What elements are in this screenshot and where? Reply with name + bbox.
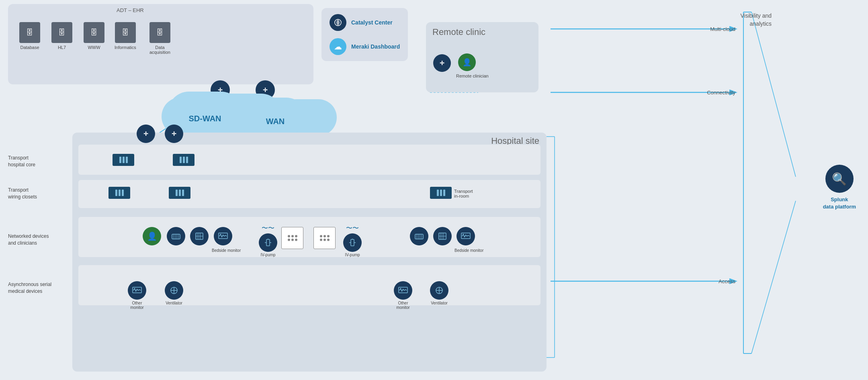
db-label-www: WWW bbox=[88, 45, 100, 50]
transport-core-section bbox=[78, 145, 540, 175]
bedside-monitor-right bbox=[457, 227, 475, 245]
visibility-label: Visibility and analytics bbox=[740, 12, 772, 28]
iv-pump-box-1 bbox=[281, 227, 303, 249]
mgmt-box: Catalyst Center ☁ Meraki Dashboard bbox=[321, 8, 408, 61]
row-label-async-serial: Asynchronous serial medical devices bbox=[8, 281, 51, 295]
dist-router-left: ✛ bbox=[137, 125, 155, 143]
transport-inroom-label: Transport in-room bbox=[454, 189, 473, 198]
access-label: Access bbox=[719, 278, 735, 284]
visibility-label-wrap: Visibility and analytics bbox=[740, 12, 772, 28]
svg-rect-65 bbox=[415, 234, 423, 239]
wiring-switch-1 bbox=[108, 187, 130, 199]
bedside-monitor-label-left: Bedside monitor bbox=[212, 248, 241, 253]
other-monitor-label-left: Other monitor bbox=[130, 301, 143, 310]
row-label-transport-core: Transport hospital core bbox=[8, 155, 35, 168]
row-label-transport-wiring: Transport wiring closets bbox=[8, 187, 37, 200]
iv-pump-right: 〜〜 IV-pump bbox=[343, 224, 362, 257]
other-monitor-right-wrap: Other monitor bbox=[394, 281, 412, 310]
meraki-icon: ☁ bbox=[330, 38, 346, 55]
db-label-hl7: HL7 bbox=[58, 45, 66, 50]
db-icon-data-acq: 🗄 Data acquisition bbox=[149, 22, 170, 55]
svg-rect-57 bbox=[266, 239, 270, 246]
db-icon-hl7: 🗄 HL7 bbox=[51, 22, 72, 50]
remote-clinic-box: Remote clinic ✛ 👤 Remote clinician bbox=[426, 22, 538, 92]
wan-label: WAN bbox=[266, 117, 285, 126]
dist-router-right: ✛ bbox=[165, 125, 183, 143]
other-monitor-left-wrap: Other monitor bbox=[128, 281, 146, 310]
diagram-container: ADT – EHR 🗄 Database 🗄 HL7 🗄 WWW 🗄 Infor… bbox=[0, 0, 868, 380]
remote-router: ✛ bbox=[433, 54, 451, 72]
other-monitor-label-right: Other monitor bbox=[396, 301, 409, 310]
wan-cloud: WAN bbox=[249, 106, 301, 137]
ventilator-right-wrap: Ventilator bbox=[430, 281, 448, 305]
net-device-right-1 bbox=[410, 227, 428, 245]
router-node-left: ✛ bbox=[211, 80, 230, 100]
adt-label: ADT – EHR bbox=[117, 7, 144, 13]
db-label-informatics: Informatics bbox=[115, 45, 136, 50]
bedside-monitor-label-right: Bedside monitor bbox=[454, 248, 483, 253]
remote-clinician-label: Remote clinician bbox=[456, 74, 489, 78]
net-device-right-2 bbox=[433, 227, 452, 245]
splunk-platform: 🔍 Splunk data platform bbox=[823, 165, 856, 210]
sd-wan-label: SD-WAN bbox=[188, 114, 221, 123]
catalyst-icon bbox=[330, 14, 346, 31]
db-icon-www: 🗄 WWW bbox=[84, 22, 104, 50]
meraki-label: Meraki Dashboard bbox=[351, 43, 400, 50]
multi-cloud-label: Multi-cloud bbox=[710, 26, 735, 32]
net-device-1 bbox=[167, 227, 185, 245]
db-label-data-acq: Data acquisition bbox=[149, 45, 170, 55]
ventilator-label-left: Ventilator bbox=[166, 301, 182, 305]
wiring-switch-2 bbox=[169, 187, 190, 199]
core-switch-1 bbox=[113, 154, 134, 166]
catalyst-label: Catalyst Center bbox=[351, 19, 393, 26]
router-node-right: ✛ bbox=[256, 80, 275, 100]
iv-pump-label-right: IV-pump bbox=[345, 253, 360, 257]
db-icon-informatics: 🗄 Informatics bbox=[115, 22, 136, 50]
connectivity-label: Connectivity bbox=[707, 90, 735, 96]
core-switch-2 bbox=[173, 154, 194, 166]
ventilator-left-wrap: Ventilator bbox=[165, 281, 183, 305]
iv-pump-left: 〜〜 IV-pump bbox=[259, 224, 277, 257]
splunk-label: Splunk data platform bbox=[823, 196, 856, 210]
remote-clinician-icon: 👤 bbox=[458, 53, 476, 71]
db-icon-database: 🗄 Database bbox=[19, 22, 40, 50]
clinician-icon-left: 👤 bbox=[143, 227, 161, 245]
row-label-networked-devices: Networked devices and clinicians bbox=[8, 233, 49, 247]
iv-pump-label-left: IV-pump bbox=[260, 253, 275, 257]
inroom-switch bbox=[430, 187, 452, 199]
bedside-monitor-left bbox=[214, 227, 232, 245]
remote-clinic-title: Remote clinic bbox=[426, 22, 538, 42]
iv-pump-box-2 bbox=[313, 227, 336, 249]
right-labels-area: Visibility and analytics Multi-cloud Con… bbox=[699, 0, 772, 380]
ventilator-label-right: Ventilator bbox=[431, 301, 448, 305]
async-serial-section bbox=[78, 265, 540, 305]
db-label-database: Database bbox=[20, 45, 39, 50]
splunk-icon: 🔍 bbox=[825, 165, 854, 193]
svg-rect-61 bbox=[351, 239, 354, 246]
svg-rect-46 bbox=[172, 234, 180, 239]
net-device-2 bbox=[190, 227, 209, 245]
